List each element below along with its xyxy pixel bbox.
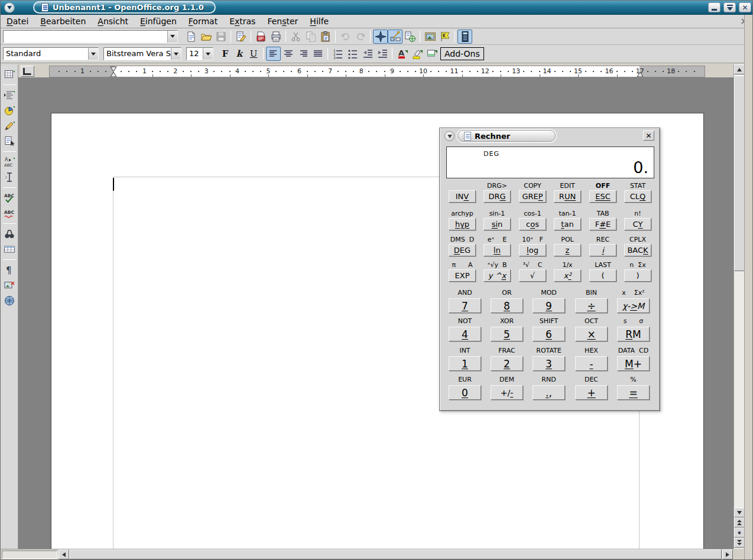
calc-key-tan[interactable]: tan	[554, 218, 581, 230]
calc-key-=[interactable]: =	[617, 385, 650, 400]
calc-key-)[interactable]: )	[624, 269, 651, 282]
scroll-up-button[interactable]	[734, 64, 745, 74]
menu-datei[interactable]: Datei	[1, 15, 34, 27]
scroll-left-button[interactable]	[59, 549, 69, 559]
calc-key-back[interactable]: BACK	[624, 244, 651, 256]
menu-extras[interactable]: Extras	[223, 15, 261, 27]
calc-key-drg[interactable]: DRG	[483, 190, 511, 203]
calculator-titlebar[interactable]: Rechner ✕	[440, 128, 660, 144]
menu-ansicht[interactable]: Ansicht	[92, 15, 134, 27]
calc-key-hyp[interactable]: hyp	[449, 218, 476, 230]
cut-icon[interactable]	[288, 30, 303, 44]
calc-key-m+[interactable]: M+	[617, 356, 650, 371]
horizontal-scrollbar[interactable]	[1, 549, 733, 559]
decrease-indent-icon[interactable]	[360, 47, 375, 61]
find-replace-icon[interactable]	[2, 227, 17, 241]
horizontal-ruler[interactable]: 1123456789101112131415161718	[49, 66, 705, 77]
edit-file-icon[interactable]	[233, 30, 248, 44]
calc-key-cos[interactable]: cos	[519, 218, 546, 230]
menu-hilfe[interactable]: Hilfe	[304, 15, 335, 27]
font-size-value[interactable]: 12	[187, 48, 203, 60]
calc-key-mul[interactable]: ×	[575, 327, 608, 341]
redo-icon[interactable]	[353, 30, 368, 44]
calc-key-ln[interactable]: ln	[483, 244, 511, 256]
highlighting-icon[interactable]	[410, 47, 424, 61]
italic-button[interactable]: k	[232, 47, 246, 61]
window-menu-button[interactable]	[4, 2, 15, 13]
draw-functions-icon[interactable]	[2, 119, 17, 133]
navigation-button[interactable]	[734, 528, 745, 538]
calc-key-9[interactable]: 9	[533, 298, 565, 313]
align-center-icon[interactable]	[281, 47, 296, 61]
calc-key-.,[interactable]: .,	[533, 385, 565, 400]
font-name-value[interactable]: Bitstream Vera S	[104, 48, 171, 60]
spellcheck-icon[interactable]: ABC	[2, 191, 17, 205]
align-right-icon[interactable]	[296, 47, 310, 61]
calc-key-4[interactable]: 4	[449, 327, 481, 341]
horizontal-scroll-track[interactable]	[69, 549, 722, 559]
calc-key-xminusgtm[interactable]: χ->M	[617, 298, 650, 313]
calc-key-7[interactable]: 7	[449, 298, 481, 313]
horizontal-scroll-thumb[interactable]	[69, 549, 722, 559]
calc-key-inv[interactable]: INV	[449, 190, 476, 203]
calculator-icon[interactable]	[457, 30, 472, 44]
window-titlebar[interactable]: Unbenannt1 - OpenOffice.org 1.1.0 ✕	[1, 1, 753, 15]
calc-key-1[interactable]: 1	[449, 356, 481, 371]
graphics-onoff-icon[interactable]	[2, 278, 17, 292]
macro-icon[interactable]	[437, 30, 452, 44]
calculator-menu-button[interactable]	[444, 131, 455, 141]
calc-key-esc[interactable]: ESC	[589, 190, 616, 203]
data-sources-icon[interactable]	[2, 242, 17, 256]
nonprinting-characters-icon[interactable]: ¶	[2, 263, 17, 277]
calc-key-run[interactable]: RUN	[554, 190, 581, 203]
calc-key-xksq[interactable]: x ²	[554, 269, 581, 282]
previous-page-button[interactable]	[734, 517, 745, 528]
calculator-window[interactable]: Rechner ✕ DEG 0. INVDRG>DRGCOPYGREPEDITR…	[439, 128, 660, 411]
right-indent-marker[interactable]	[637, 66, 644, 77]
calc-key-minus[interactable]: -	[575, 356, 608, 371]
url-combobox[interactable]	[3, 30, 178, 43]
autotext-icon[interactable]: AABC	[2, 155, 17, 169]
calc-key-ykpowkx[interactable]: y ^ x	[483, 269, 511, 282]
menu-einfgen[interactable]: Einfügen	[134, 15, 183, 27]
url-value[interactable]	[4, 31, 167, 43]
direct-cursor-icon[interactable]	[2, 170, 17, 184]
underline-button[interactable]: U	[246, 47, 261, 61]
save-icon[interactable]	[213, 30, 228, 44]
insert-object-icon[interactable]	[2, 103, 17, 118]
calc-key-3[interactable]: 3	[533, 356, 565, 371]
menu-format[interactable]: Format	[183, 15, 223, 27]
font-color-icon[interactable]: A	[395, 47, 410, 61]
paste-icon[interactable]	[318, 30, 333, 44]
font-name-combobox[interactable]: Bitstream Vera S	[103, 47, 181, 60]
online-layout-icon[interactable]	[2, 294, 17, 308]
hyperlink-icon[interactable]	[403, 30, 417, 44]
font-dropdown-button[interactable]	[171, 48, 181, 60]
align-left-icon[interactable]	[266, 47, 281, 61]
copy-icon[interactable]	[303, 30, 318, 44]
insert-table-icon[interactable]	[2, 67, 17, 82]
next-page-button[interactable]	[734, 538, 745, 548]
calc-key-deg[interactable]: DEG	[449, 244, 476, 256]
close-button[interactable]: ✕	[739, 2, 751, 12]
addons-button[interactable]: Add-Ons	[440, 47, 484, 60]
calc-key-log[interactable]: log	[519, 244, 546, 256]
calc-key-2[interactable]: 2	[491, 356, 523, 371]
calc-key-6[interactable]: 6	[533, 327, 565, 341]
vertical-scrollbar[interactable]	[733, 64, 744, 559]
form-functions-icon[interactable]	[2, 134, 17, 148]
gallery-icon[interactable]	[423, 30, 437, 44]
calculator-close-button[interactable]: ✕	[643, 131, 654, 141]
open-icon[interactable]	[199, 30, 213, 44]
url-dropdown-button[interactable]	[167, 31, 177, 43]
size-dropdown-button[interactable]	[203, 48, 213, 60]
background-color-icon[interactable]	[424, 47, 439, 61]
ruler-corner-button[interactable]	[21, 66, 34, 77]
bold-button[interactable]: F	[218, 47, 232, 61]
increase-indent-icon[interactable]	[375, 47, 390, 61]
stylist-icon[interactable]	[388, 30, 403, 44]
calc-key-sqrt[interactable]: √	[519, 269, 546, 282]
print-icon[interactable]	[268, 30, 283, 44]
align-justify-icon[interactable]	[310, 47, 325, 61]
paragraph-style-combobox[interactable]: Standard	[3, 47, 99, 60]
